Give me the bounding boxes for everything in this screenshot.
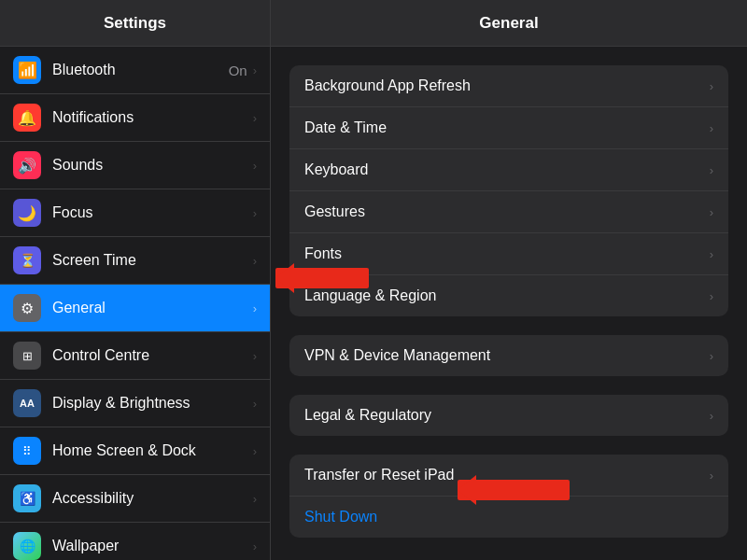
right-item-keyboard[interactable]: Keyboard ›: [289, 149, 728, 191]
chevron-icon: ›: [253, 206, 257, 220]
settings-group-2: VPN & Device Management ›: [289, 335, 728, 376]
right-item-fonts[interactable]: Fonts ›: [289, 233, 728, 275]
display-brightness-icon: AA: [13, 389, 41, 417]
right-item-date-time[interactable]: Date & Time ›: [289, 107, 728, 149]
sidebar-item-wallpaper[interactable]: 🌐 Wallpaper ›: [0, 523, 270, 560]
general-icon: ⚙: [13, 294, 41, 322]
chevron-icon: ›: [253, 111, 257, 125]
right-item-gestures[interactable]: Gestures ›: [289, 191, 728, 233]
right-item-legal[interactable]: Legal & Regulatory ›: [289, 395, 728, 436]
chevron-icon: ›: [253, 254, 257, 268]
header-general-title: General: [271, 0, 747, 46]
sidebar: 📶 Bluetooth On › 🔔 Notifications › 🔊 Sou…: [0, 47, 271, 560]
right-item-language-region[interactable]: Language & Region ›: [289, 275, 728, 316]
header: Settings General: [0, 0, 747, 47]
focus-icon: 🌙: [13, 199, 41, 227]
settings-group-1: Background App Refresh › Date & Time › K…: [289, 65, 728, 316]
settings-group-3: Legal & Regulatory ›: [289, 395, 728, 436]
chevron-icon: ›: [253, 63, 257, 77]
sidebar-item-display-brightness[interactable]: AA Display & Brightness ›: [0, 380, 270, 427]
sidebar-item-home-screen-label: Home Screen & Dock: [52, 442, 253, 459]
chevron-icon: ›: [253, 492, 257, 506]
sidebar-item-screen-time[interactable]: ⏳ Screen Time ›: [0, 237, 270, 285]
sidebar-item-display-brightness-label: Display & Brightness: [52, 395, 253, 412]
chevron-icon: ›: [253, 349, 257, 363]
chevron-icon: ›: [253, 159, 257, 173]
sidebar-item-wallpaper-label: Wallpaper: [52, 538, 253, 554]
sounds-icon: 🔊: [13, 151, 41, 179]
right-item-shut-down[interactable]: Shut Down: [289, 497, 728, 538]
right-item-background-app-refresh[interactable]: Background App Refresh ›: [289, 65, 728, 107]
sidebar-item-focus-label: Focus: [52, 204, 253, 221]
sidebar-item-sounds-label: Sounds: [52, 157, 253, 174]
home-screen-icon: ⠿: [13, 437, 41, 465]
bluetooth-icon: 📶: [13, 56, 41, 84]
main-layout: 📶 Bluetooth On › 🔔 Notifications › 🔊 Sou…: [0, 47, 747, 560]
notifications-icon: 🔔: [13, 104, 41, 132]
accessibility-icon: ♿: [13, 484, 41, 512]
chevron-icon: ›: [253, 444, 257, 458]
sidebar-item-home-screen[interactable]: ⠿ Home Screen & Dock ›: [0, 427, 270, 475]
sidebar-item-notifications-label: Notifications: [52, 109, 253, 126]
sidebar-item-notifications[interactable]: 🔔 Notifications ›: [0, 94, 270, 142]
sidebar-item-sounds[interactable]: 🔊 Sounds ›: [0, 142, 270, 189]
sidebar-item-control-centre[interactable]: ⊞ Control Centre ›: [0, 332, 270, 380]
right-item-vpn[interactable]: VPN & Device Management ›: [289, 335, 728, 376]
sidebar-item-accessibility-label: Accessibility: [52, 490, 253, 507]
sidebar-item-accessibility[interactable]: ♿ Accessibility ›: [0, 475, 270, 523]
sidebar-item-general-label: General: [52, 300, 253, 316]
sidebar-item-bluetooth[interactable]: 📶 Bluetooth On ›: [0, 47, 270, 94]
sidebar-item-bluetooth-label: Bluetooth: [52, 62, 229, 78]
settings-group-4: Transfer or Reset iPad › Shut Down: [289, 455, 728, 538]
bluetooth-value: On: [229, 63, 247, 78]
chevron-icon: ›: [253, 539, 257, 553]
sidebar-item-focus[interactable]: 🌙 Focus ›: [0, 189, 270, 237]
wallpaper-icon: 🌐: [13, 532, 41, 560]
right-item-transfer-reset[interactable]: Transfer or Reset iPad ›: [289, 455, 728, 497]
chevron-icon: ›: [253, 301, 257, 315]
sidebar-item-general[interactable]: ⚙ General ›: [0, 285, 270, 332]
screen-time-icon: ⏳: [13, 246, 41, 274]
sidebar-item-screen-time-label: Screen Time: [52, 252, 253, 269]
right-panel: Background App Refresh › Date & Time › K…: [271, 47, 747, 560]
chevron-icon: ›: [253, 397, 257, 411]
sidebar-item-control-centre-label: Control Centre: [52, 347, 253, 364]
header-settings-title: Settings: [0, 0, 271, 46]
control-centre-icon: ⊞: [13, 342, 41, 370]
